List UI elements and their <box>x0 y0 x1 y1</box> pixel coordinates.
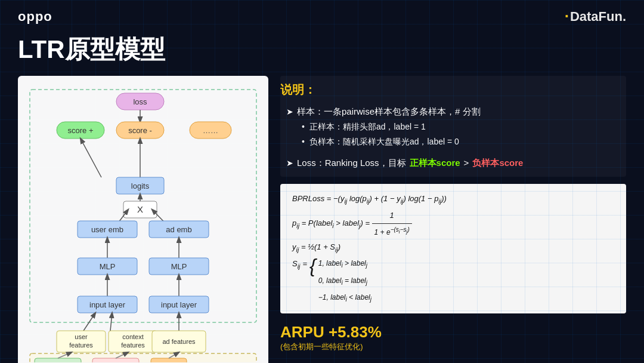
loss-prefix: Loss：Ranking Loss，目标 <box>297 155 406 171</box>
page-title: LTR原型模型 <box>0 33 644 76</box>
section-title: 说明： <box>280 82 626 98</box>
svg-line-9 <box>80 139 101 177</box>
formula-yij: yij = ½(1 + Sij) <box>292 239 340 256</box>
architecture-diagram: loss score + score - …… logits X <box>24 82 262 362</box>
highlight-positive-score: 正样本score <box>410 155 460 171</box>
bullet-text-1: 样本：一条pairwise样本包含多条样本，# 分割 <box>297 104 481 119</box>
svg-text:MLP: MLP <box>100 262 116 271</box>
datafun-dot: · <box>565 7 569 26</box>
arpu-section: ARPU +5.83% (包含初期一些特征优化) <box>280 323 626 352</box>
svg-text:ad features: ad features <box>162 338 196 345</box>
svg-text:……: …… <box>161 362 177 362</box>
svg-text:ad emb: ad emb <box>166 225 191 234</box>
svg-text:user emb: user emb <box>91 225 123 234</box>
diagram-panel: loss score + score - …… logits X <box>18 76 268 363</box>
svg-text:MLP: MLP <box>171 262 187 271</box>
bullet-loss: ➤ Loss：Ranking Loss，目标 正样本score > 负样本sco… <box>286 155 626 171</box>
header: oppo ·DataFun. <box>0 0 644 33</box>
svg-text:X: X <box>137 204 143 214</box>
content-area: loss score + score - …… logits X <box>0 76 644 363</box>
svg-text:#: # <box>83 362 88 362</box>
formula-line-2: pij = P(labeli > labelj) = 1 1 + e−(si−s… <box>292 208 614 239</box>
explanation-section: 说明： ➤ 样本：一条pairwise样本包含多条样本，# 分割 • 正样本：精… <box>280 76 626 177</box>
formula-line-3: yij = ½(1 + Sij) <box>292 239 614 256</box>
svg-text:#: # <box>142 362 147 362</box>
arrow-icon-2: ➤ <box>286 156 293 171</box>
sub-bullet-text-2: 负样本：随机采样大盘曝光ad，label = 0 <box>309 134 459 149</box>
svg-line-35 <box>110 313 112 331</box>
formula-case-3: −1, labeli < labelj <box>318 290 371 306</box>
arpu-value: ARPU +5.83% <box>280 323 626 342</box>
svg-text:logits: logits <box>131 182 150 190</box>
svg-rect-46 <box>35 358 81 362</box>
dot-marker-1: • <box>302 119 305 134</box>
svg-text:input layer: input layer <box>89 300 126 309</box>
right-panel: 说明： ➤ 样本：一条pairwise样本包含多条样本，# 分割 • 正样本：精… <box>280 76 626 363</box>
highlight-negative-score: 负样本score <box>472 155 523 171</box>
datafun-logo: ·DataFun. <box>565 7 626 26</box>
svg-line-34 <box>83 313 95 331</box>
svg-rect-49 <box>92 358 139 362</box>
sub-bullet-positive: • 正样本：精排头部ad，label = 1 <box>302 119 626 134</box>
formula-bpr: BPRLoss = −(yij log(pij) + (1 − yij) log… <box>292 191 447 208</box>
arrow-icon-1: ➤ <box>286 105 293 119</box>
svg-text:features: features <box>121 342 145 349</box>
formula-line-4: Sij = { 1, labeli > labelj 0, labeli = l… <box>292 256 614 306</box>
formula-case-1: 1, labeli > labelj <box>318 256 371 272</box>
arpu-note: (包含初期一些特征优化) <box>280 342 626 352</box>
svg-text:user: user <box>75 333 88 340</box>
dot-marker-2: • <box>302 134 305 149</box>
loss-label: loss <box>133 97 147 106</box>
svg-text:context: context <box>122 333 143 340</box>
oppo-logo: oppo <box>18 9 52 24</box>
formula-case-2: 0, labeli = labelj <box>318 273 371 289</box>
sub-bullet-negative: • 负样本：随机采样大盘曝光ad，label = 0 <box>302 134 626 149</box>
svg-text:input layer: input layer <box>161 300 197 309</box>
formula-pij: pij = P(labeli > labelj) = 1 1 + e−(si−s… <box>292 208 412 239</box>
loss-operator: > <box>464 155 469 171</box>
bullet-samples: ➤ 样本：一条pairwise样本包含多条样本，# 分割 <box>286 104 626 119</box>
sub-bullet-text-1: 正样本：精排头部ad，label = 1 <box>309 119 426 134</box>
formula-line-1: BPRLoss = −(yij log(pij) + (1 − yij) log… <box>292 191 614 208</box>
svg-text:score +: score + <box>68 126 94 135</box>
svg-text:……: …… <box>203 126 218 135</box>
formula-sij: Sij = { 1, labeli > labelj 0, labeli = l… <box>292 256 371 306</box>
svg-text:score -: score - <box>128 126 152 135</box>
formula-box: BPRLoss = −(yij log(pij) + (1 − yij) log… <box>280 184 626 313</box>
svg-text:features: features <box>69 342 93 349</box>
